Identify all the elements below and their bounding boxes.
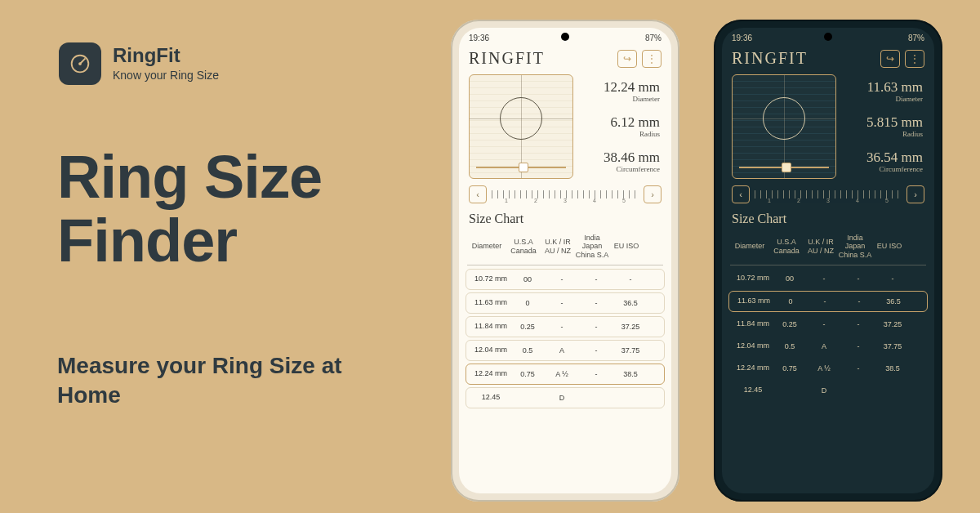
size-chart-row[interactable]: 10.72 mm00--- — [728, 269, 928, 288]
size-chart-row[interactable]: 12.24 mm0.75A ½-38.5 — [466, 364, 665, 385]
slider-thumb[interactable] — [782, 163, 791, 172]
status-battery: 87% — [908, 33, 924, 42]
circumference-value: 38.46 mm — [604, 150, 660, 164]
menu-button[interactable]: ⋮ — [642, 50, 662, 68]
diameter-label: Diameter — [604, 95, 660, 103]
svg-line-2 — [80, 58, 86, 64]
app-logo-icon — [59, 42, 101, 85]
size-chart-row[interactable]: 10.72 mm00--- — [466, 269, 665, 290]
ruler-next-button[interactable]: › — [906, 185, 924, 203]
size-chart-row[interactable]: 12.45D — [466, 387, 665, 408]
radius-value: 6.12 mm — [611, 115, 660, 129]
ruler-scale[interactable]: 1 2 3 4 5 — [492, 185, 639, 203]
measurements: 12.24 mmDiameter 6.12 mmRadius 38.46 mmC… — [580, 74, 662, 179]
brand-tagline: Know your Ring Size — [113, 69, 219, 82]
size-chart-row[interactable]: 12.45D — [728, 381, 928, 400]
hero-title-line2: Finder — [57, 207, 237, 274]
size-chart-row[interactable]: 11.84 mm0.25--37.25 — [466, 316, 665, 337]
radius-label: Radius — [611, 130, 660, 138]
ring-sizer-grid[interactable] — [732, 74, 836, 179]
hero-title-line1: Ring Size — [57, 143, 322, 211]
phone-dark: 19:36 87% RINGFIT ↪ ⋮ 11.63 mmDiameter 5… — [714, 20, 942, 502]
camera-notch — [561, 33, 569, 41]
size-chart-header: Diameter U.S.A Canada U.K / IR AU / NZ I… — [459, 230, 671, 263]
size-chart-row[interactable]: 11.63 mm0--36.5 — [728, 291, 928, 312]
brand-name: RingFit — [113, 46, 219, 65]
ruler-next-button[interactable]: › — [644, 185, 662, 203]
ruler-scale[interactable]: 1 2 3 4 5 — [755, 185, 902, 203]
diameter-value: 12.24 mm — [604, 80, 660, 94]
diameter-label: Diameter — [867, 95, 923, 103]
ring-sizer-grid[interactable] — [469, 74, 573, 179]
status-time: 19:36 — [732, 33, 752, 42]
size-chart-row[interactable]: 11.84 mm0.25--37.25 — [728, 314, 928, 334]
circumference-label: Circumference — [866, 165, 923, 173]
ring-circle-icon — [763, 97, 805, 140]
circumference-value: 36.54 mm — [866, 150, 923, 164]
size-chart-title: Size Chart — [459, 203, 671, 230]
app-title: RINGFIT — [469, 49, 545, 68]
ring-circle-icon — [500, 97, 542, 140]
phone-light: 19:36 87% RINGFIT ↪ ⋮ 12.24 mmDiameter 6… — [451, 20, 679, 502]
radius-value: 5.815 mm — [866, 115, 923, 129]
menu-button[interactable]: ⋮ — [905, 50, 924, 68]
share-button[interactable]: ↪ — [880, 50, 900, 68]
measurements: 11.63 mmDiameter 5.815 mmRadius 36.54 mm… — [843, 74, 924, 179]
status-time: 19:36 — [469, 33, 489, 42]
slider-thumb[interactable] — [519, 163, 528, 172]
share-button[interactable]: ↪ — [617, 50, 637, 68]
size-chart-row[interactable]: 12.04 mm0.5A-37.75 — [466, 340, 665, 361]
status-battery: 87% — [645, 33, 662, 42]
ruler-prev-button[interactable]: ‹ — [469, 185, 487, 203]
brand-block: RingFit Know your Ring Size — [59, 42, 219, 85]
size-chart-row[interactable]: 12.24 mm0.75A ½-38.5 — [728, 359, 928, 378]
size-chart-row[interactable]: 11.63 mm0--36.5 — [466, 292, 665, 314]
diameter-value: 11.63 mm — [867, 80, 923, 94]
hero-title: Ring Size Finder — [57, 145, 322, 272]
radius-label: Radius — [866, 130, 923, 138]
hero-subtitle: Measure your Ring Size at Home — [57, 351, 368, 411]
size-chart-title: Size Chart — [722, 203, 934, 230]
size-chart-row[interactable]: 12.04 mm0.5A-37.75 — [728, 337, 928, 356]
app-title: RINGFIT — [732, 49, 808, 68]
camera-notch — [824, 33, 832, 41]
circumference-label: Circumference — [604, 165, 660, 173]
size-chart-header: Diameter U.S.A Canada U.K / IR AU / NZ I… — [722, 230, 934, 263]
ruler-prev-button[interactable]: ‹ — [732, 185, 750, 203]
